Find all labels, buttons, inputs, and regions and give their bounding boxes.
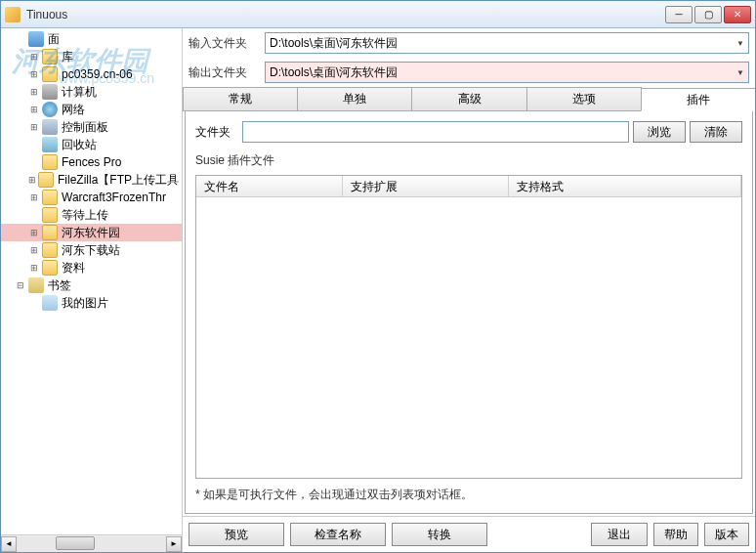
tree-item[interactable]: 控制面板: [1, 118, 182, 136]
tab-0[interactable]: 常规: [183, 87, 298, 110]
expand-icon[interactable]: [28, 174, 36, 186]
list-body: [196, 197, 741, 478]
expand-icon[interactable]: [15, 279, 26, 291]
tree-item-label: 等待上传: [62, 207, 108, 224]
input-folder-dropdown-icon[interactable]: ▼: [733, 39, 748, 48]
plugin-tab-content: 文件夹 浏览 清除 Susie 插件文件 文件名 支持扩展 支持格式 * 如果是…: [185, 111, 753, 514]
scroll-right-button[interactable]: ►: [166, 536, 182, 552]
tree-item[interactable]: 网络: [1, 101, 182, 118]
output-folder-combo[interactable]: ▼: [265, 62, 749, 83]
folder-tree[interactable]: 面库pc0359.cn-06计算机网络控制面板回收站Fences ProFile…: [1, 28, 182, 534]
tree-item[interactable]: 库: [1, 48, 182, 65]
expand-icon[interactable]: [28, 244, 40, 256]
tree-item-label: pc0359.cn-06: [62, 67, 133, 81]
exit-button[interactable]: 退出: [591, 523, 648, 546]
window-title: Tinuous: [26, 8, 665, 21]
folder-icon: [42, 225, 58, 240]
tree-item-label: 计算机: [62, 84, 97, 101]
bookmark-icon: [28, 277, 44, 293]
tree-item-label: FileZilla【FTP上传工具: [58, 172, 179, 189]
expand-icon[interactable]: [28, 227, 40, 238]
output-folder-field[interactable]: [266, 65, 733, 79]
tree-item[interactable]: Fences Pro: [1, 153, 182, 171]
folder-icon: [42, 154, 58, 170]
tree-item[interactable]: 回收站: [1, 136, 182, 153]
scroll-left-button[interactable]: ◄: [1, 536, 17, 552]
tree-item[interactable]: 面: [1, 30, 182, 48]
output-folder-label: 输出文件夹: [189, 64, 259, 81]
desktop-icon: [28, 31, 44, 47]
window-controls: ─ ▢ ✕: [665, 6, 751, 23]
app-window: Tinuous ─ ▢ ✕ 面库pc0359.cn-06计算机网络控制面板回收站…: [0, 0, 756, 553]
tree-item-label: Fences Pro: [62, 155, 121, 169]
expand-icon[interactable]: [28, 191, 40, 203]
plugin-file-list[interactable]: 文件名 支持扩展 支持格式: [195, 175, 742, 479]
tree-item[interactable]: 资料: [1, 259, 182, 276]
maximize-button[interactable]: ▢: [694, 6, 722, 23]
input-folder-combo[interactable]: ▼: [265, 32, 749, 54]
tree-item-label: 资料: [62, 260, 85, 276]
tab-4[interactable]: 插件: [641, 88, 755, 111]
network-icon: [42, 102, 58, 117]
output-folder-dropdown-icon[interactable]: ▼: [733, 68, 748, 77]
tree-item-label: 控制面板: [62, 119, 108, 136]
minimize-button[interactable]: ─: [665, 6, 693, 23]
tree-item[interactable]: 河东软件园: [1, 224, 182, 241]
close-button[interactable]: ✕: [724, 6, 751, 23]
tree-item[interactable]: 计算机: [1, 83, 182, 101]
list-header: 文件名 支持扩展 支持格式: [196, 176, 741, 197]
titlebar[interactable]: Tinuous ─ ▢ ✕: [1, 1, 755, 28]
expand-icon[interactable]: [28, 68, 40, 80]
tab-3[interactable]: 选项: [526, 87, 642, 110]
folder-tree-sidebar: 面库pc0359.cn-06计算机网络控制面板回收站Fences ProFile…: [1, 28, 183, 552]
version-button[interactable]: 版本: [704, 523, 749, 546]
convert-button[interactable]: 转换: [392, 523, 487, 546]
folder-icon: [42, 49, 58, 64]
tab-1[interactable]: 单独: [297, 87, 412, 110]
tree-item[interactable]: 我的图片: [1, 294, 182, 312]
expand-icon[interactable]: [28, 86, 40, 98]
plugin-folder-input[interactable]: [242, 121, 629, 143]
col-filename[interactable]: 文件名: [196, 176, 343, 196]
preview-button[interactable]: 预览: [189, 523, 284, 546]
window-body: 面库pc0359.cn-06计算机网络控制面板回收站Fences ProFile…: [1, 28, 755, 552]
tab-2[interactable]: 高级: [411, 87, 526, 110]
plugin-folder-label: 文件夹: [195, 124, 238, 141]
tree-item[interactable]: pc0359.cn-06: [1, 65, 182, 83]
folder-icon: [42, 190, 58, 205]
plugin-folder-row: 文件夹 浏览 清除: [195, 121, 742, 143]
expand-icon: [15, 33, 26, 45]
tree-item[interactable]: Warcraft3FrozenThr: [1, 189, 182, 206]
tree-item-label: 河东下载站: [62, 242, 120, 259]
folder-icon: [38, 172, 54, 188]
tree-item[interactable]: 书签: [1, 276, 182, 294]
app-icon: [5, 7, 21, 22]
col-format[interactable]: 支持格式: [509, 176, 741, 196]
hint-text: * 如果是可执行文件，会出现通过双击列表项对话框。: [195, 487, 742, 503]
tree-item-label: 书签: [48, 277, 71, 294]
tree-item-label: 网络: [62, 102, 85, 118]
expand-icon[interactable]: [28, 262, 40, 274]
browse-button[interactable]: 浏览: [633, 121, 686, 143]
panel-icon: [42, 119, 58, 135]
tree-hscrollbar[interactable]: ◄ ►: [1, 534, 182, 552]
input-folder-field[interactable]: [266, 36, 733, 50]
tree-item-label: 库: [62, 49, 73, 65]
tree-item[interactable]: 等待上传: [1, 206, 182, 224]
tree-item[interactable]: FileZilla【FTP上传工具: [1, 171, 182, 189]
image-icon: [42, 295, 58, 311]
col-ext[interactable]: 支持扩展: [343, 176, 509, 196]
tree-item[interactable]: 河东下载站: [1, 241, 182, 259]
folder-icon: [42, 207, 58, 223]
check-name-button[interactable]: 检查名称: [290, 523, 386, 546]
expand-icon[interactable]: [28, 104, 40, 115]
scroll-thumb[interactable]: [56, 536, 95, 550]
expand-icon: [28, 156, 40, 168]
clear-button[interactable]: 清除: [690, 121, 742, 143]
expand-icon[interactable]: [28, 121, 40, 133]
help-button[interactable]: 帮助: [653, 523, 698, 546]
tree-item-label: 河东软件园: [62, 225, 120, 241]
plugin-subtitle: Susie 插件文件: [195, 152, 742, 169]
scroll-track[interactable]: [17, 536, 166, 552]
expand-icon[interactable]: [28, 51, 40, 63]
